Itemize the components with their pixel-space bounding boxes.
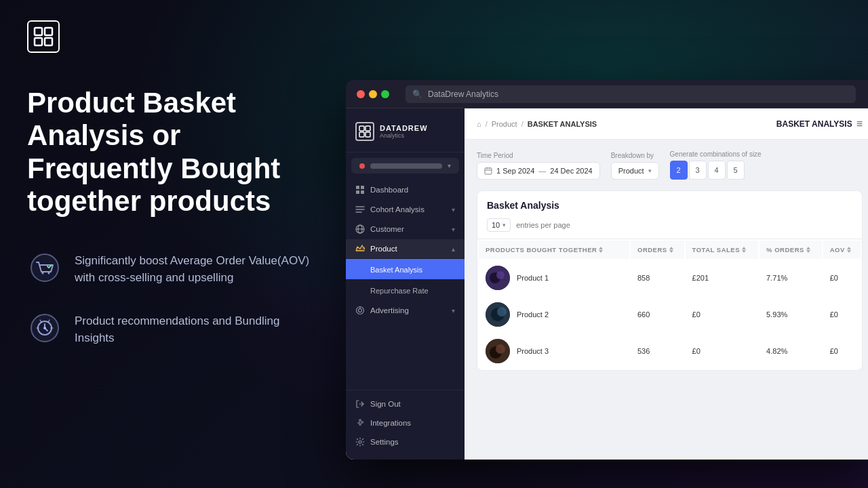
sidebar-label-product: Product — [370, 245, 397, 253]
filter-breakdown: Breakdown by Product ▾ — [611, 152, 659, 180]
time-period-label: Time Period — [477, 152, 600, 159]
sidebar-item-settings[interactable]: Settings — [346, 432, 465, 451]
logo-icon — [27, 20, 60, 53]
sort-icon-sales — [742, 247, 746, 253]
sidebar-label-dashboard: Dashboard — [370, 186, 408, 194]
td-orders-3: 536 — [631, 333, 684, 369]
col-total-sales: TOTAL SALES — [686, 241, 759, 259]
app-layout: DATADREW Analytics ▾ — [346, 108, 868, 460]
svg-rect-0 — [35, 28, 42, 35]
search-icon: 🔍 — [412, 89, 422, 99]
sidebar-item-integrations[interactable]: Integrations — [346, 413, 465, 432]
content-area: Time Period 1 Sep 2024 — 24 Dec 2024 — [465, 140, 868, 460]
sidebar-label-customer: Customer — [370, 225, 404, 233]
svg-point-34 — [496, 271, 505, 279]
table-title-row: Basket Analysis — [477, 191, 862, 211]
table-row: Product 3 536 £0 4.82% £0 — [479, 333, 861, 369]
feature-recommend-text: Product recommendations and Bundling Ins… — [75, 310, 312, 346]
td-pct-3: 4.82% — [760, 333, 822, 369]
breakdown-select[interactable]: Product ▾ — [611, 162, 659, 180]
sort-icon-pct — [806, 247, 810, 253]
svg-point-6 — [48, 272, 50, 274]
cohort-chevron-icon: ▾ — [452, 206, 455, 214]
left-panel: Product Basket Analysis or Frequently Bo… — [0, 0, 339, 488]
td-aov-2: £0 — [823, 297, 861, 332]
sidebar-subitem-basket-analysis[interactable]: Basket Analysis — [346, 259, 465, 279]
svg-point-9 — [43, 327, 46, 329]
browser-address-bar[interactable]: 🔍 DataDrew Analytics — [406, 85, 856, 103]
filters-row: Time Period 1 Sep 2024 — 24 Dec 2024 — [477, 150, 863, 180]
globe-icon — [355, 224, 365, 234]
sidebar-subitem-repurchase-rate[interactable]: Repurchase Rate — [346, 280, 465, 300]
logout-icon — [355, 399, 365, 409]
svg-rect-1 — [35, 38, 42, 45]
dot-yellow[interactable] — [369, 90, 377, 98]
breadcrumb-current: BASKET ANALYSIS — [528, 120, 597, 128]
sort-icon-products — [599, 247, 603, 253]
sidebar-workspace[interactable]: ▾ — [351, 158, 459, 174]
td-sales-1: £201 — [686, 260, 759, 296]
svg-rect-11 — [359, 132, 364, 137]
crown-icon — [355, 244, 365, 253]
grid-icon — [355, 185, 365, 195]
browser-window: 🔍 DataDrew Analytics DATADREW Analytics — [346, 80, 868, 460]
page-title: BASKET ANALYSIS — [776, 119, 852, 129]
td-product-1: Product 1 — [479, 260, 629, 296]
breadcrumb-home: ⌂ — [477, 120, 481, 128]
puzzle-icon — [355, 418, 365, 428]
feature-recommend: Product recommendations and Bundling Ins… — [27, 310, 312, 346]
size-btn-4[interactable]: 4 — [708, 161, 726, 180]
td-pct-1: 7.71% — [760, 260, 822, 296]
breakdown-value: Product — [618, 167, 644, 175]
col-aov: AOV — [823, 241, 861, 259]
sidebar-label-advertising: Advertising — [370, 306, 409, 314]
entries-per-page-select[interactable]: 10 ▾ — [487, 218, 511, 232]
sidebar: DATADREW Analytics ▾ — [346, 108, 465, 460]
gear-icon — [355, 437, 365, 447]
sidebar-item-product[interactable]: Product ▴ — [346, 239, 465, 258]
topbar: ⌂ / Product / BASKET ANALYSIS BASKET ANA… — [465, 108, 868, 140]
sidebar-brand-icon — [355, 122, 374, 141]
size-btn-3[interactable]: 3 — [689, 161, 707, 180]
feature-cart: Significantly boost Average Order Value(… — [27, 250, 312, 286]
sidebar-sublabel-repurchase: Repurchase Rate — [370, 287, 429, 295]
sidebar-item-signout[interactable]: Sign Out — [346, 394, 465, 413]
sidebar-item-advertising[interactable]: Advertising ▾ — [346, 301, 465, 320]
size-btn-2[interactable]: 2 — [670, 161, 688, 180]
workspace-chevron-icon: ▾ — [448, 162, 451, 169]
hamburger-icon[interactable]: ≡ — [856, 118, 863, 130]
sidebar-item-cohort[interactable]: Cohort Analysis ▾ — [346, 200, 465, 219]
td-pct-2: 5.93% — [760, 297, 822, 332]
sidebar-item-customer[interactable]: Customer ▾ — [346, 220, 465, 239]
svg-point-37 — [497, 307, 507, 317]
filter-time-period: Time Period 1 Sep 2024 — 24 Dec 2024 — [477, 152, 600, 180]
logo — [27, 20, 312, 53]
dot-red[interactable] — [357, 90, 365, 98]
svg-rect-10 — [359, 126, 364, 131]
dot-green[interactable] — [381, 90, 389, 98]
svg-point-4 — [31, 254, 58, 281]
sidebar-item-dashboard[interactable]: Dashboard — [346, 180, 465, 199]
svg-rect-16 — [356, 190, 359, 194]
breadcrumb-product: Product — [492, 120, 517, 128]
cart-icon — [27, 250, 62, 285]
svg-point-27 — [359, 441, 361, 443]
product-img-1 — [486, 266, 510, 290]
feature-cart-text: Significantly boost Average Order Value(… — [75, 250, 312, 286]
date-range-picker[interactable]: 1 Sep 2024 — 24 Dec 2024 — [477, 162, 600, 180]
browser-dots — [357, 90, 389, 98]
size-buttons: 2 3 4 5 — [670, 161, 762, 180]
date-to: 24 Dec 2024 — [550, 167, 592, 175]
svg-rect-28 — [485, 168, 492, 174]
svg-rect-14 — [356, 186, 359, 189]
table-row: Product 1 858 £201 7.71% £0 — [479, 260, 861, 296]
size-btn-5[interactable]: 5 — [727, 161, 745, 180]
date-from: 1 Sep 2024 — [496, 167, 534, 175]
list-icon — [355, 205, 365, 214]
col-orders: ORDERS — [631, 241, 684, 259]
filter-generate-size: Generate combinations of size 2 3 4 5 — [670, 150, 762, 180]
td-aov-1: £0 — [823, 260, 861, 296]
sidebar-nav: Dashboard Cohort Analysis — [346, 180, 465, 390]
svg-rect-3 — [45, 38, 52, 45]
product-img-3 — [486, 339, 510, 363]
